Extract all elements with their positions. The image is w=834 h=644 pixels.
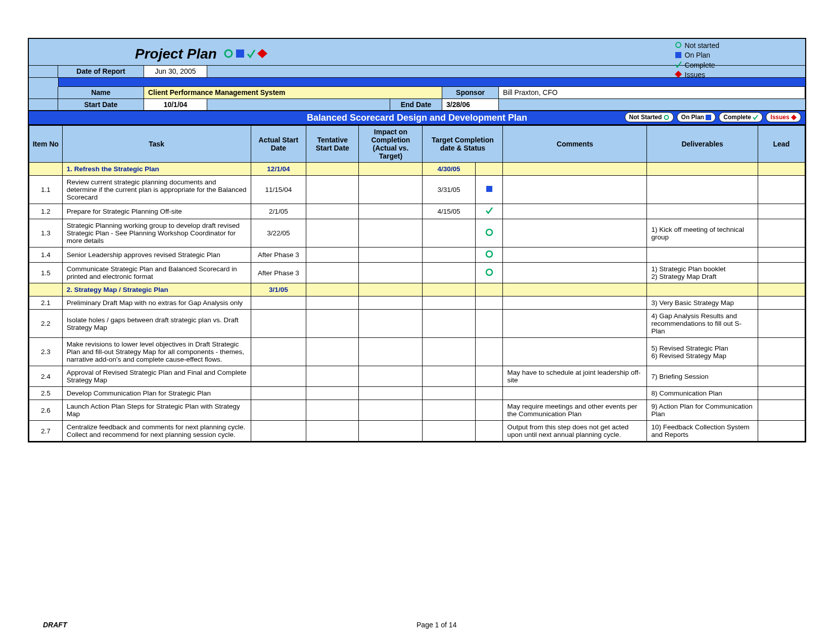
cell-lead — [758, 219, 805, 247]
cell-actual-start: After Phase 3 — [251, 247, 306, 263]
cell-item-no: 2.5 — [29, 387, 63, 400]
cell-task: Make revisions to lower level objectives… — [62, 338, 251, 366]
cell-comments — [503, 310, 647, 338]
cell-status-icon — [475, 387, 503, 400]
square-icon — [706, 115, 711, 120]
cell-target — [423, 296, 475, 310]
cell-item-no: 2.2 — [29, 310, 63, 338]
check-icon — [248, 50, 255, 57]
table-row: 2.5Develop Communication Plan for Strate… — [29, 387, 805, 400]
cell-actual-start — [251, 400, 306, 421]
cell-lead — [758, 247, 805, 263]
cell-item-no: 1.5 — [29, 263, 63, 283]
cell-comments — [503, 219, 647, 247]
page-title: Project Plan — [135, 46, 217, 62]
square-icon — [675, 52, 681, 58]
date-of-report-value: Jun 30, 2005 — [144, 66, 207, 77]
table-row: 2.3Make revisions to lower level objecti… — [29, 338, 805, 366]
table-row: 2.2Isolate holes / gaps between draft st… — [29, 310, 805, 338]
start-date-label: Start Date — [58, 99, 144, 110]
sponsor-label: Sponsor — [442, 87, 499, 98]
cell-deliverables: 4) Gap Analysis Results and recommendati… — [647, 310, 758, 338]
cell-lead — [758, 263, 805, 283]
table-row: 1.1Review current strategic planning doc… — [29, 176, 805, 204]
cell-lead — [758, 338, 805, 366]
svg-point-2 — [486, 251, 492, 257]
cell-impact — [359, 310, 423, 338]
table-row: 2.4Approval of Revised Strategic Plan an… — [29, 366, 805, 387]
diamond-icon — [257, 49, 267, 58]
col-task: Task — [62, 126, 251, 163]
cell-comments — [503, 247, 647, 263]
cell-lead — [758, 366, 805, 387]
legend-on-plan: On Plan — [685, 51, 711, 59]
cell-actual-start — [251, 310, 306, 338]
cell-tentative-start — [306, 310, 359, 338]
cell-deliverables: 3) Very Basic Strategy Map — [647, 296, 758, 310]
cell-actual-start: 2/1/05 — [251, 204, 306, 219]
cell-status-icon — [475, 421, 503, 441]
cell-task: Develop Communication Plan for Strategic… — [62, 387, 251, 400]
cell-actual-start — [251, 366, 306, 387]
cell-target — [423, 421, 475, 441]
project-name-value: Client Performance Management System — [144, 87, 442, 98]
pill-issues[interactable]: Issues — [766, 112, 801, 122]
section-title: Balanced Scorecard Design and Developmen… — [307, 113, 527, 123]
cell-lead — [758, 387, 805, 400]
cell-target — [423, 263, 475, 283]
end-date-value: 3/28/06 — [442, 99, 499, 110]
cell-lead — [758, 421, 805, 441]
date-of-report-label: Date of Report — [58, 66, 144, 77]
cell-target — [423, 338, 475, 366]
table-row: 1.2Prepare for Strategic Planning Off-si… — [29, 204, 805, 219]
cell-task: Isolate holes / gaps between draft strat… — [62, 310, 251, 338]
col-item-no: Item No — [29, 126, 63, 163]
cell-comments — [503, 338, 647, 366]
cell-impact — [359, 263, 423, 283]
cell-deliverables: 1) Kick off meeting of technical group — [647, 219, 758, 247]
col-impact: Impact on Completion (Actual vs. Target) — [359, 126, 423, 163]
end-date-label: End Date — [390, 99, 442, 110]
cell-impact — [359, 366, 423, 387]
cell-task: Strategic Planning working group to deve… — [62, 219, 251, 247]
section-label: 2. Strategy Map / Strategic Plan — [62, 283, 251, 296]
cell-deliverables: 10) Feedback Collection System and Repor… — [647, 421, 758, 441]
cell-impact — [359, 400, 423, 421]
cell-target — [423, 387, 475, 400]
header-band: Project Plan Not started On Plan Complet… — [29, 39, 805, 111]
cell-comments: May have to schedule at joint leadership… — [503, 366, 647, 387]
cell-impact — [359, 219, 423, 247]
cell-deliverables: 1) Strategic Plan booklet 2) Strategy Ma… — [647, 263, 758, 283]
cell-status-icon — [475, 263, 503, 283]
sponsor-value: Bill Praxton, CFO — [499, 87, 805, 98]
col-actual-start: Actual Start Date — [251, 126, 306, 163]
check-icon — [753, 115, 758, 119]
section-target: 4/30/05 — [423, 163, 475, 176]
cell-task: Approval of Revised Strategic Plan and F… — [62, 366, 251, 387]
col-comments: Comments — [503, 126, 647, 163]
cell-status-icon — [475, 296, 503, 310]
project-plan-sheet: Project Plan Not started On Plan Complet… — [28, 38, 806, 442]
cell-tentative-start — [306, 366, 359, 387]
cell-item-no: 2.4 — [29, 366, 63, 387]
section-row: 1. Refresh the Strategic Plan12/1/044/30… — [29, 163, 805, 176]
cell-deliverables: 8) Communication Plan — [647, 387, 758, 400]
cell-target: 3/31/05 — [423, 176, 475, 204]
cell-comments: Output from this step does not get acted… — [503, 421, 647, 441]
pill-on-plan[interactable]: On Plan — [677, 112, 716, 122]
square-icon — [236, 49, 244, 58]
cell-impact — [359, 387, 423, 400]
legend-complete: Complete — [685, 61, 715, 69]
cell-target — [423, 366, 475, 387]
table-row: 1.5Communicate Strategic Plan and Balanc… — [29, 263, 805, 283]
cell-impact — [359, 421, 423, 441]
cell-target — [423, 400, 475, 421]
cell-target: 4/15/05 — [423, 204, 475, 219]
cell-status-icon — [475, 310, 503, 338]
cell-task: Senior Leadership approves revised Strat… — [62, 247, 251, 263]
circle-icon — [664, 115, 668, 119]
pill-not-started[interactable]: Not Started — [625, 112, 674, 122]
section-label: 1. Refresh the Strategic Plan — [62, 163, 251, 176]
pill-complete[interactable]: Complete — [719, 112, 763, 122]
legend-issues: Issues — [685, 71, 705, 79]
